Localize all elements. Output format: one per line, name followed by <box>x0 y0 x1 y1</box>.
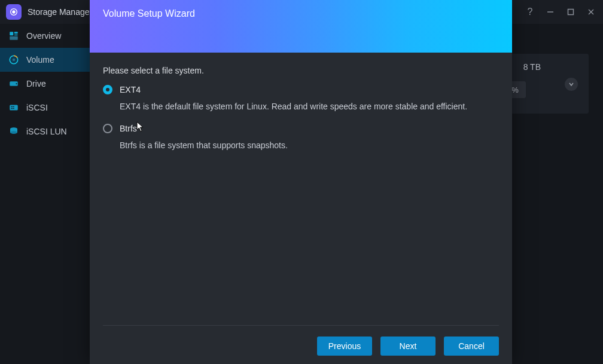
svg-rect-17 <box>11 108 13 109</box>
wizard-body: Please select a file system. EXT4 EXT4 i… <box>90 53 512 325</box>
option-desc-btrfs: Btrfs is a file system that supports sna… <box>120 139 499 152</box>
app-title: Storage Manager <box>28 7 92 17</box>
option-desc-ext4: EXT4 is the default file system for Linu… <box>120 100 499 113</box>
svg-point-11 <box>13 59 16 62</box>
svg-rect-18 <box>13 108 14 109</box>
svg-rect-14 <box>10 105 18 111</box>
wizard-header: Volume Setup Wizard <box>90 0 512 53</box>
previous-button[interactable]: Previous <box>317 337 372 356</box>
sidebar-item-volume[interactable]: Volume <box>0 48 90 72</box>
svg-point-20 <box>10 131 17 134</box>
cancel-button[interactable]: Cancel <box>444 337 499 356</box>
app-icon <box>6 4 22 20</box>
window-controls: ? <box>525 0 596 24</box>
sidebar: Overview Volume Drive iSCSI iSCSI LUN <box>0 24 90 364</box>
svg-rect-7 <box>14 32 18 33</box>
sidebar-item-iscsi-lun[interactable]: iSCSI LUN <box>0 120 90 143</box>
sidebar-item-overview[interactable]: Overview <box>0 24 90 48</box>
sidebar-item-drive[interactable]: Drive <box>0 72 90 96</box>
svg-rect-9 <box>10 36 18 40</box>
dashboard-icon <box>8 30 19 41</box>
sidebar-item-label: Drive <box>26 79 46 88</box>
svg-rect-15 <box>11 106 13 108</box>
maximize-icon[interactable] <box>566 8 575 16</box>
svg-rect-3 <box>568 10 574 15</box>
chevron-down-icon[interactable] <box>565 78 578 91</box>
iscsi-lun-icon <box>8 126 19 137</box>
volume-setup-wizard-dialog: Volume Setup Wizard Please select a file… <box>90 0 512 364</box>
next-button[interactable]: Next <box>380 337 436 356</box>
wizard-prompt: Please select a file system. <box>103 66 499 75</box>
option-label: EXT4 <box>120 85 141 94</box>
wizard-footer: Previous Next Cancel <box>103 325 499 364</box>
svg-rect-6 <box>10 32 13 35</box>
sidebar-item-label: iSCSI <box>26 103 48 112</box>
drive-icon <box>8 78 19 89</box>
iscsi-icon <box>8 102 19 113</box>
radio-option-btrfs[interactable]: Btrfs <box>103 124 499 133</box>
sidebar-item-label: iSCSI LUN <box>26 127 67 136</box>
sidebar-item-label: Volume <box>26 55 54 65</box>
help-icon[interactable]: ? <box>525 7 535 17</box>
option-label: Btrfs <box>120 124 137 133</box>
sidebar-item-label: Overview <box>26 31 61 41</box>
close-icon[interactable] <box>586 8 596 16</box>
sidebar-item-iscsi[interactable]: iSCSI <box>0 96 90 120</box>
volume-size: 8 TB <box>523 62 541 72</box>
radio-icon <box>103 85 112 94</box>
minimize-icon[interactable] <box>546 8 555 16</box>
radio-option-ext4[interactable]: EXT4 <box>103 85 499 94</box>
svg-point-1 <box>13 11 15 13</box>
svg-point-13 <box>16 83 17 84</box>
volume-icon <box>8 54 19 65</box>
svg-rect-8 <box>14 35 18 36</box>
radio-icon <box>103 124 112 133</box>
wizard-title: Volume Setup Wizard <box>103 8 195 19</box>
svg-rect-16 <box>13 106 14 108</box>
